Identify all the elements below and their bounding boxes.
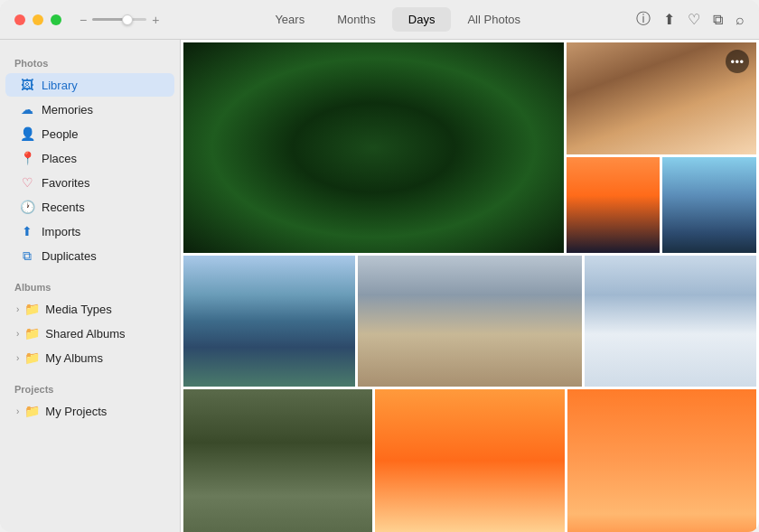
photo-woman-arms[interactable] [567,389,756,532]
info-icon[interactable]: ⓘ [636,10,651,29]
tab-years[interactable]: Years [258,7,321,32]
photo-mountain-lady[interactable] [662,157,756,253]
sidebar-item-imports[interactable]: ⬆ Imports [5,219,174,243]
favorites-icon: ♡ [20,175,34,190]
media-types-folder-icon: 📁 [24,302,40,316]
zoom-thumb[interactable] [122,14,133,25]
imports-icon: ⬆ [20,224,34,238]
sidebar-item-people[interactable]: 👤 People [5,122,174,145]
sidebar-item-label: Memories [42,103,93,117]
sidebar-item-places[interactable]: 📍 Places [5,146,174,170]
zoom-control: − + [80,14,159,26]
duplicates-icon: ⧉ [20,248,34,263]
heart-icon[interactable]: ♡ [688,11,700,28]
sidebar-item-recents[interactable]: 🕐 Recents [5,195,174,219]
sidebar-item-shared-albums[interactable]: › 📁 Shared Albums [5,322,174,345]
maximize-button[interactable] [51,14,61,25]
sidebar: Photos 🖼 Library ☁ Memories 👤 People 📍 P… [0,40,181,532]
my-albums-folder-icon: 📁 [24,350,40,365]
people-icon: 👤 [20,126,34,141]
sidebar-item-label: My Projects [45,405,107,418]
sidebar-item-label: Imports [42,225,80,238]
grid-row-2 [183,256,756,387]
photo-old-city[interactable] [358,256,581,387]
photos-section-label: Photos [0,51,180,72]
tab-days[interactable]: Days [392,7,452,32]
sidebar-item-my-projects[interactable]: › 📁 My Projects [5,399,174,423]
sidebar-item-label: Shared Albums [45,327,125,341]
grid-row-1: ••• [183,42,756,253]
chevron-right-icon: › [16,304,19,314]
titlebar: − + Years Months Days All Photos ⓘ ⬆ ♡ ⧉… [0,0,759,40]
sidebar-item-label: Places [42,152,77,165]
photo-mountains-lake[interactable] [183,256,355,387]
copy-icon[interactable]: ⧉ [713,12,723,28]
photo-grid: ••• [181,40,759,532]
titlebar-actions: ⓘ ⬆ ♡ ⧉ ⌕ [636,10,745,29]
photo-woman-sunset[interactable] [375,389,564,532]
memories-icon: ☁ [20,102,34,117]
photo-winding-road[interactable] [183,389,372,532]
zoom-slider[interactable] [92,18,146,21]
library-icon: 🖼 [20,78,34,92]
sidebar-item-my-albums[interactable]: › 📁 My Albums [5,346,174,369]
share-icon[interactable]: ⬆ [663,11,675,28]
recents-icon: 🕐 [20,200,34,214]
albums-section-label: Albums [0,275,180,296]
zoom-minus-icon[interactable]: − [80,14,87,26]
photo-snow-mountain[interactable] [585,256,756,387]
tab-months[interactable]: Months [321,7,392,32]
sidebar-item-label: Duplicates [42,249,97,263]
sidebar-item-media-types[interactable]: › 📁 Media Types [5,297,174,321]
traffic-lights [14,14,61,25]
sidebar-item-library[interactable]: 🖼 Library [5,73,174,97]
more-options-button[interactable]: ••• [726,50,749,73]
sidebar-item-label: Favorites [42,176,89,190]
sidebar-item-duplicates[interactable]: ⧉ Duplicates [5,244,174,267]
chevron-right-icon: › [16,406,19,416]
zoom-plus-icon[interactable]: + [152,14,159,26]
sidebar-item-label: Recents [42,201,85,214]
sidebar-item-label: My Albums [45,351,103,365]
chevron-right-icon: › [16,329,19,339]
close-button[interactable] [14,14,25,25]
chevron-right-icon: › [16,353,19,363]
photo-forest[interactable] [183,42,564,253]
places-icon: 📍 [20,151,34,165]
main-layout: Photos 🖼 Library ☁ Memories 👤 People 📍 P… [0,40,759,532]
photo-sunset-couple[interactable] [567,157,661,253]
tab-all-photos[interactable]: All Photos [451,7,537,32]
search-icon[interactable]: ⌕ [736,12,745,28]
sidebar-item-memories[interactable]: ☁ Memories [5,98,174,121]
view-tabs: Years Months Days All Photos [258,7,537,32]
sidebar-item-label: Library [42,79,78,92]
sidebar-item-label: Media Types [45,303,111,316]
grid-row-3 [183,389,756,532]
sidebar-item-label: People [42,127,78,141]
shared-albums-folder-icon: 📁 [24,326,40,341]
my-projects-folder-icon: 📁 [24,404,40,418]
minimize-button[interactable] [33,14,43,25]
sidebar-item-favorites[interactable]: ♡ Favorites [5,171,174,194]
projects-section-label: Projects [0,377,180,398]
photo-woman-beach[interactable]: ••• [567,42,756,154]
